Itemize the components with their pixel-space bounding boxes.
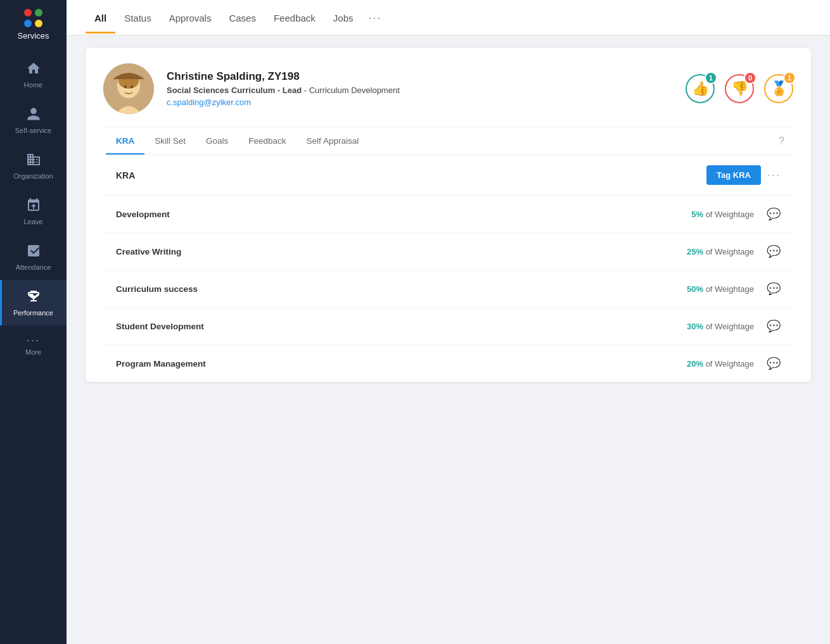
kra-weight-val: 5% bbox=[691, 210, 703, 219]
kra-weight: 30% of Weightage bbox=[687, 322, 754, 331]
kra-row: Student Development 30% of Weightage 💬 bbox=[103, 308, 793, 345]
dot-blue bbox=[24, 20, 32, 27]
sidebar-item-self-service[interactable]: Self-service bbox=[0, 98, 67, 143]
sidebar-item-home[interactable]: Home bbox=[0, 52, 67, 98]
badge-thumbdown: 0 👎 bbox=[725, 74, 754, 103]
tab-cases[interactable]: Cases bbox=[220, 1, 265, 34]
sidebar: Services Home Self-service Organization … bbox=[0, 0, 67, 644]
profile-badges: 1 👍 0 👎 1 🏅 bbox=[686, 74, 793, 103]
kra-weight: 20% of Weightage bbox=[687, 359, 754, 369]
profile-title: Social Sciences Curriculum - Lead - Curr… bbox=[167, 85, 686, 95]
sub-tabs: KRA Skill Set Goals Feedback Self Apprai… bbox=[103, 127, 793, 155]
top-tabs: All Status Approvals Cases Feedback Jobs… bbox=[67, 0, 830, 35]
home-icon bbox=[26, 61, 41, 79]
profile-title-rest: - Curriculum Development bbox=[304, 85, 400, 95]
avatar bbox=[103, 63, 154, 114]
kra-weight-label: of Weightage bbox=[706, 359, 754, 369]
star-count: 1 bbox=[783, 72, 796, 84]
thumbdown-count: 0 bbox=[744, 72, 757, 84]
svg-point-5 bbox=[124, 85, 127, 88]
leave-icon bbox=[26, 198, 41, 215]
kra-weight-label: of Weightage bbox=[706, 210, 754, 219]
sidebar-item-label: Self-service bbox=[15, 127, 51, 134]
subtab-skillset[interactable]: Skill Set bbox=[144, 127, 196, 155]
svg-point-6 bbox=[131, 85, 133, 88]
kra-actions: Tag KRA ··· bbox=[706, 165, 781, 185]
sidebar-item-label: Attendance bbox=[16, 263, 51, 271]
kra-weight: 25% of Weightage bbox=[687, 247, 754, 256]
tag-kra-button[interactable]: Tag KRA bbox=[706, 165, 761, 185]
sidebar-item-leave[interactable]: Leave bbox=[0, 189, 67, 234]
tab-approvals[interactable]: Approvals bbox=[160, 1, 220, 34]
sidebar-item-label: Home bbox=[24, 81, 42, 89]
sidebar-logo-label: Services bbox=[18, 31, 49, 41]
sidebar-item-label: Performance bbox=[13, 309, 53, 317]
sidebar-item-more[interactable]: ··· More bbox=[0, 325, 67, 365]
profile-info: Christine Spalding, ZY198 Social Science… bbox=[167, 70, 686, 107]
kra-name: Student Development bbox=[116, 322, 687, 331]
profile-name: Christine Spalding, ZY198 bbox=[167, 70, 686, 83]
kra-weight-val: 50% bbox=[687, 284, 703, 294]
self-service-icon bbox=[26, 106, 41, 124]
kra-weight-label: of Weightage bbox=[706, 322, 754, 331]
subtab-kra[interactable]: KRA bbox=[106, 127, 144, 155]
dot-red bbox=[24, 9, 32, 16]
subtab-goals[interactable]: Goals bbox=[196, 127, 238, 155]
comment-icon[interactable]: 💬 bbox=[767, 357, 781, 370]
attendance-icon bbox=[26, 243, 41, 261]
profile-email[interactable]: c.spalding@zylker.com bbox=[167, 98, 686, 107]
main-content: All Status Approvals Cases Feedback Jobs… bbox=[67, 0, 830, 644]
kra-weight: 5% of Weightage bbox=[691, 210, 754, 219]
kra-weight-label: of Weightage bbox=[706, 284, 754, 294]
kra-weight-val: 25% bbox=[687, 247, 703, 256]
kra-row: Program Management 20% of Weightage 💬 bbox=[103, 345, 793, 382]
tab-jobs[interactable]: Jobs bbox=[324, 1, 362, 34]
sidebar-logo: Services bbox=[0, 0, 67, 47]
subtab-feedback[interactable]: Feedback bbox=[238, 127, 296, 155]
tab-status[interactable]: Status bbox=[115, 1, 160, 34]
tab-all[interactable]: All bbox=[86, 1, 115, 34]
profile-card: Christine Spalding, ZY198 Social Science… bbox=[86, 48, 811, 382]
kra-weight: 50% of Weightage bbox=[687, 284, 754, 294]
performance-icon bbox=[26, 289, 41, 306]
sidebar-navigation: Home Self-service Organization Leave Att… bbox=[0, 47, 67, 365]
logo-dots bbox=[24, 9, 42, 27]
kra-header: KRA Tag KRA ··· bbox=[103, 155, 793, 196]
sidebar-item-label: Leave bbox=[24, 218, 43, 225]
tab-more-button[interactable]: ··· bbox=[362, 0, 388, 35]
tab-feedback[interactable]: Feedback bbox=[265, 1, 324, 34]
comment-icon[interactable]: 💬 bbox=[767, 244, 781, 258]
profile-title-bold: Social Sciences Curriculum - Lead bbox=[167, 85, 302, 95]
more-icon: ··· bbox=[27, 334, 40, 346]
kra-weight-val: 20% bbox=[687, 359, 703, 369]
help-icon[interactable]: ? bbox=[772, 129, 791, 153]
content-area: Christine Spalding, ZY198 Social Science… bbox=[67, 35, 830, 644]
kra-name: Program Management bbox=[116, 359, 687, 369]
kra-name: Curriculum success bbox=[116, 284, 687, 294]
kra-title: KRA bbox=[116, 170, 135, 180]
kra-weight-label: of Weightage bbox=[706, 247, 754, 256]
dot-yellow bbox=[35, 20, 42, 27]
sidebar-item-attendance[interactable]: Attendance bbox=[0, 234, 67, 280]
kra-name: Development bbox=[116, 210, 691, 219]
organization-icon bbox=[26, 152, 41, 170]
comment-icon[interactable]: 💬 bbox=[767, 282, 781, 296]
badge-thumbup: 1 👍 bbox=[686, 74, 715, 103]
kra-row: Curriculum success 50% of Weightage 💬 bbox=[103, 270, 793, 308]
kra-row: Creative Writing 25% of Weightage 💬 bbox=[103, 233, 793, 270]
kra-row: Development 5% of Weightage 💬 bbox=[103, 196, 793, 233]
kra-weight-val: 30% bbox=[687, 322, 703, 331]
sidebar-item-label: More bbox=[25, 348, 41, 356]
thumbup-count: 1 bbox=[705, 72, 717, 84]
kra-section: KRA Tag KRA ··· Development 5% of Weight… bbox=[103, 155, 793, 382]
sidebar-item-organization[interactable]: Organization bbox=[0, 143, 67, 189]
comment-icon[interactable]: 💬 bbox=[767, 319, 781, 333]
dot-green bbox=[35, 9, 42, 16]
kra-more-button[interactable]: ··· bbox=[767, 168, 781, 182]
sidebar-item-label: Organization bbox=[13, 172, 53, 180]
subtab-selfappraisal[interactable]: Self Appraisal bbox=[297, 127, 369, 155]
badge-star: 1 🏅 bbox=[764, 74, 793, 103]
comment-icon[interactable]: 💬 bbox=[767, 207, 781, 221]
sidebar-item-performance[interactable]: Performance bbox=[0, 280, 67, 325]
profile-header: Christine Spalding, ZY198 Social Science… bbox=[103, 63, 793, 127]
